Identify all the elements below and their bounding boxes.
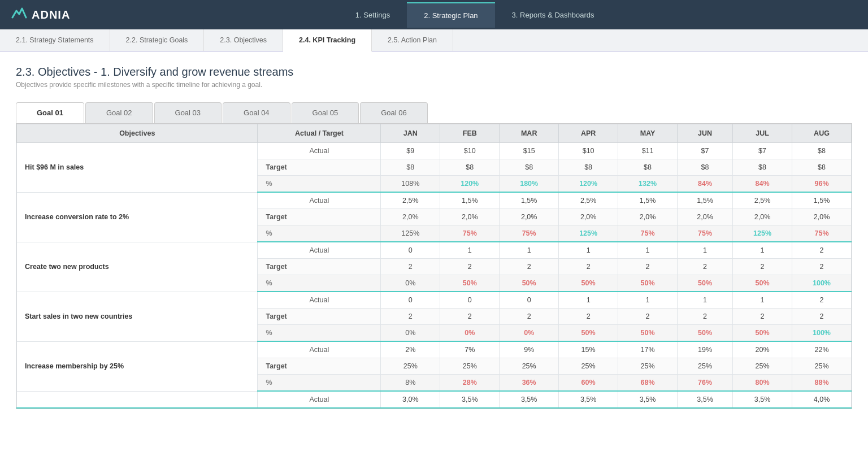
table-header-row: Objectives Actual / Target JAN FEB MAR A…: [17, 124, 852, 143]
goal-tab-3[interactable]: Goal 03: [154, 102, 222, 123]
cell-value: $7: [733, 143, 792, 159]
cell-value: 7%: [440, 341, 500, 358]
goal-tab-6[interactable]: Goal 06: [360, 102, 428, 123]
cell-value: $8: [500, 159, 559, 176]
subnav-kpi-tracking[interactable]: 2.4. KPI Tracking: [283, 29, 372, 52]
cell-value: 25%: [733, 358, 792, 375]
cell-value: 60%: [559, 375, 618, 392]
cell-value: $8: [678, 159, 733, 176]
cell-value: 50%: [559, 275, 618, 292]
cell-value: 50%: [733, 325, 792, 342]
cell-value: 1,5%: [440, 192, 500, 209]
cell-value: 125%: [733, 225, 792, 242]
cell-value: 2,5%: [733, 192, 792, 209]
cell-value: 2: [678, 309, 733, 325]
cell-value: 25%: [678, 358, 733, 375]
cell-value: 0%: [440, 325, 500, 342]
cell-value: 1: [618, 292, 678, 309]
cell-value: 2: [792, 259, 852, 275]
cell-value: 25%: [559, 358, 618, 375]
cell-value: 3,5%: [678, 391, 733, 408]
row-type-label: Actual: [258, 391, 381, 408]
goal-tab-4[interactable]: Goal 04: [223, 102, 290, 123]
goal-tab-5[interactable]: Goal 05: [292, 102, 359, 123]
cell-value: 25%: [792, 358, 852, 375]
cell-value: 125%: [559, 225, 618, 242]
cell-value: 75%: [500, 225, 559, 242]
row-type-label: Target: [258, 259, 381, 275]
subnav-action-plan[interactable]: 2.5. Action Plan: [372, 29, 453, 51]
cell-value: $8: [618, 159, 678, 176]
cell-value: 2,0%: [733, 209, 792, 225]
row-type-label: %: [258, 375, 381, 392]
row-type-label: Actual: [258, 341, 381, 358]
cell-value: 2: [500, 309, 559, 325]
row-type-label: Target: [258, 358, 381, 375]
subnav-strategic-goals[interactable]: 2.2. Strategic Goals: [110, 29, 205, 51]
cell-value: 2: [792, 309, 852, 325]
cell-value: 1: [678, 242, 733, 259]
cell-value: 2: [559, 309, 618, 325]
cell-value: 2: [559, 259, 618, 275]
cell-value: 1: [733, 292, 792, 309]
cell-value: 68%: [618, 375, 678, 392]
row-type-label: Target: [258, 309, 381, 325]
cell-value: 1: [500, 242, 559, 259]
cell-value: $8: [559, 159, 618, 176]
cell-value: 15%: [559, 341, 618, 358]
col-aug: AUG: [792, 124, 852, 143]
cell-value: 2,0%: [500, 209, 559, 225]
cell-value: 125%: [381, 225, 440, 242]
table-row: Actual3,0%3,5%3,5%3,5%3,5%3,5%3,5%4,0%: [17, 391, 852, 408]
row-type-label: Actual: [258, 242, 381, 259]
cell-value: $10: [559, 143, 618, 159]
cell-value: 50%: [618, 275, 678, 292]
top-navigation: ADNIA 1. Settings 2. Strategic Plan 3. R…: [0, 0, 868, 29]
cell-value: 3,0%: [381, 391, 440, 408]
row-type-label: Target: [258, 209, 381, 225]
goal-tab-2[interactable]: Goal 02: [85, 102, 153, 123]
cell-value: 2,0%: [381, 209, 440, 225]
cell-value: 50%: [678, 275, 733, 292]
page-title: 2.3. Objectives - 1. Diversify and grow …: [16, 66, 852, 79]
cell-value: $15: [500, 143, 559, 159]
cell-value: 50%: [733, 275, 792, 292]
page-content: 2.3. Objectives - 1. Diversify and grow …: [0, 52, 868, 423]
cell-value: 2: [440, 309, 500, 325]
cell-value: 80%: [733, 375, 792, 392]
cell-value: 19%: [678, 341, 733, 358]
cell-value: 2,5%: [381, 192, 440, 209]
cell-value: 50%: [440, 275, 500, 292]
row-type-label: %: [258, 176, 381, 193]
cell-value: 1: [559, 292, 618, 309]
cell-value: 3,5%: [559, 391, 618, 408]
page-subtitle: Objectives provide specific milestones w…: [16, 81, 852, 89]
col-actual-target: Actual / Target: [258, 124, 381, 143]
cell-value: 1: [440, 242, 500, 259]
goal-tab-1[interactable]: Goal 01: [16, 102, 84, 123]
logo: ADNIA: [11, 5, 70, 24]
nav-reports[interactable]: 3. Reports & Dashboards: [495, 3, 611, 27]
goal-tabs: Goal 01 Goal 02 Goal 03 Goal 04 Goal 05 …: [16, 102, 852, 123]
cell-value: 0: [500, 292, 559, 309]
cell-value: 17%: [618, 341, 678, 358]
row-type-label: Target: [258, 159, 381, 176]
subnav-strategy-statements[interactable]: 2.1. Strategy Statements: [0, 29, 110, 51]
nav-strategic-plan[interactable]: 2. Strategic Plan: [407, 2, 494, 28]
cell-value: $10: [440, 143, 500, 159]
cell-value: 84%: [733, 176, 792, 193]
cell-value: 75%: [792, 225, 852, 242]
sub-navigation: 2.1. Strategy Statements 2.2. Strategic …: [0, 29, 868, 52]
cell-value: $8: [792, 143, 852, 159]
cell-value: 96%: [792, 176, 852, 193]
col-mar: MAR: [500, 124, 559, 143]
row-type-label: %: [258, 225, 381, 242]
cell-value: 2: [500, 259, 559, 275]
row-type-label: Actual: [258, 143, 381, 159]
subnav-objectives[interactable]: 2.3. Objectives: [204, 29, 283, 51]
cell-value: 2: [618, 309, 678, 325]
cell-value: 1: [733, 242, 792, 259]
nav-settings[interactable]: 1. Settings: [338, 3, 407, 27]
cell-value: 100%: [792, 325, 852, 342]
cell-value: 2: [618, 259, 678, 275]
